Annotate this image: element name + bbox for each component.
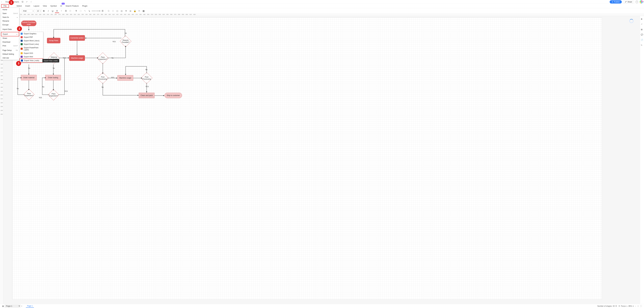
shape-machine1[interactable]: Machine usage	[69, 55, 85, 61]
hot-badge: hot	[62, 3, 65, 4]
font-color-button[interactable]: A	[55, 9, 59, 13]
arrow-style-button[interactable]	[96, 9, 100, 13]
lock-button[interactable]: 🔒	[133, 9, 137, 13]
shape-passinsp2[interactable]: Pass inspection?	[24, 89, 34, 100]
file-menu-default-setting[interactable]: Default Setting	[1, 52, 19, 56]
connector-button[interactable]: ↳	[87, 9, 91, 13]
title-bar: ‹ Visio Flowchart1 🖫 ↗ ☆ ➤Publish ☍Share…	[0, 0, 644, 4]
layers-icon[interactable]: ☰	[615, 305, 617, 307]
shape-passinsp3[interactable]: Pass inspection?	[48, 89, 59, 100]
page-tab[interactable]: Page-1	[26, 304, 34, 308]
focus-icon[interactable]: 👁	[618, 305, 620, 307]
italic-button[interactable]: I	[46, 9, 50, 13]
menu-symbol[interactable]: Symbol	[49, 4, 58, 7]
file-menu-add-star[interactable]: Add star	[1, 56, 19, 60]
page-select[interactable]: Page-1	[4, 305, 20, 308]
list-button[interactable]: ☷	[68, 9, 72, 13]
export-panel-icon[interactable]: ↗	[641, 23, 644, 26]
svg-marker-3	[85, 37, 86, 39]
publish-button[interactable]: ➤Publish	[610, 0, 622, 3]
shape-passinsp1[interactable]: Pass inspection?	[97, 52, 108, 64]
export-export-svg[interactable]: Export SVG	[20, 51, 43, 55]
pen-button[interactable]: ✎	[83, 9, 87, 13]
play-icon[interactable]: ▷	[626, 305, 628, 307]
help-icon[interactable]: ?	[636, 0, 638, 3]
pages-icon[interactable]: ▦	[2, 305, 4, 307]
underline-button[interactable]: U	[50, 9, 55, 13]
back-icon[interactable]: ‹	[1, 1, 4, 3]
menu-view[interactable]: View	[41, 4, 49, 7]
grid-panel-icon[interactable]: ▦	[641, 28, 644, 31]
align-objects-button[interactable]: ▤	[115, 9, 119, 13]
shape-scrap[interactable]: Scrap Parts	[47, 38, 60, 43]
zoom-dropdown-icon[interactable]: ▾	[633, 305, 634, 307]
group-button[interactable]: ▦	[120, 9, 124, 13]
line-style-button[interactable]	[92, 9, 96, 13]
export-export-visio-vsdx-[interactable]: Export Visio (.vsdx)	[20, 58, 43, 63]
shape-ship[interactable]: Ship to customer	[164, 93, 182, 98]
zoom-in-button[interactable]: +	[638, 305, 638, 307]
shape-machine2[interactable]: Machine usage	[118, 75, 133, 81]
page-panel-icon[interactable]: 📄	[641, 39, 644, 41]
export-export-html[interactable]: Export Html	[20, 55, 43, 58]
file-menu-share[interactable]: Share	[1, 36, 19, 40]
fullscreen-button[interactable]: ⛶	[640, 305, 642, 307]
file-menu-rename[interactable]: Rename	[1, 19, 19, 23]
save-icon[interactable]: 🖫	[22, 1, 24, 3]
user-avatar[interactable]	[640, 0, 643, 3]
bold-button[interactable]: B	[42, 9, 46, 13]
crop-button[interactable]: ▣	[128, 9, 132, 13]
star-icon[interactable]: ☆	[30, 1, 33, 3]
menu-plugin[interactable]: Plugin	[80, 4, 89, 7]
menu-search[interactable]: Search Feature	[64, 4, 80, 7]
ruler-horizontal: 1301401501601701801902002102202302402502…	[0, 14, 644, 16]
open-external-icon[interactable]: ↗	[26, 1, 28, 3]
effects-button[interactable]: ✦	[124, 9, 128, 13]
svg-marker-19	[125, 74, 126, 75]
file-menu-save-as[interactable]: Save As▸	[1, 15, 19, 19]
menu-select[interactable]: Select	[15, 4, 24, 7]
comment-panel-icon[interactable]: 💬	[641, 33, 644, 36]
text-tool-button[interactable]: T	[74, 9, 78, 13]
share-button[interactable]: ☍Share	[623, 0, 634, 3]
history-panel-icon[interactable]: ↻	[641, 44, 644, 47]
shape-clean[interactable]: Clean and pack	[139, 93, 154, 98]
tools-button[interactable]: 🛠	[137, 9, 141, 13]
file-menu-page-setup[interactable]: Page SetupF6	[1, 48, 19, 52]
menu-file[interactable]: File	[1, 4, 9, 7]
file-menu-import-data[interactable]: Import Data	[1, 27, 19, 31]
shape-start[interactable]: Submit Purchase order	[21, 20, 36, 26]
file-menu-save[interactable]: SaveCtrl+S	[1, 11, 19, 15]
menu-layout[interactable]: Layout	[32, 4, 41, 7]
align-button[interactable]: ☰	[64, 9, 68, 13]
menu-insert[interactable]: Insert	[24, 4, 32, 7]
export-export-powerpoint-pptx-[interactable]: Export PowerPoint (.pptx)	[20, 46, 43, 51]
line-weight-button[interactable]: ☰	[100, 9, 104, 13]
canvas-page[interactable]: Submit Purchase order Scrap Parts Correc…	[12, 17, 602, 300]
text-vertical-button[interactable]: T	[59, 9, 64, 13]
file-menu-home[interactable]: Home	[1, 8, 19, 11]
zoom-out-button[interactable]: −	[635, 305, 636, 307]
shape-postproc1[interactable]: Post Processing	[97, 72, 108, 84]
font-size-select[interactable]: 12	[36, 9, 42, 12]
file-menu-export[interactable]: Export▸	[1, 32, 19, 36]
export-export-pdf[interactable]: Export PDF	[20, 35, 43, 39]
file-menu-download[interactable]: Download	[1, 40, 19, 44]
menu-ai[interactable]: AIhot	[58, 4, 64, 7]
footer: ▦ Page-1 + Page-1 Number of shapes: 33 ☰…	[0, 304, 644, 308]
svg-marker-2	[76, 54, 78, 55]
canvas[interactable]: Submit Purchase order Scrap Parts Correc…	[4, 16, 640, 304]
add-page-button[interactable]: +	[21, 305, 22, 307]
fill-panel-icon[interactable]: ◉	[641, 18, 644, 20]
file-menu-print[interactable]: PrintCtrl+P	[1, 44, 19, 48]
copy-button[interactable]: 🗋	[111, 9, 115, 13]
fill-button[interactable]: ⬡	[78, 9, 82, 13]
image-button[interactable]: 🖻	[106, 9, 110, 13]
file-menu-encrypt[interactable]: Encrypt	[1, 23, 19, 27]
export-export-graphics[interactable]: Export Graphics	[20, 32, 43, 35]
font-select[interactable]: Arial	[22, 9, 35, 12]
table-button[interactable]: ▦	[142, 9, 146, 13]
export-export-word-docx-[interactable]: Export Word (.docx)	[20, 39, 43, 42]
export-export-excel-xlsx-[interactable]: Export Excel (.xlsx)	[20, 42, 43, 46]
svg-marker-17	[163, 95, 164, 96]
